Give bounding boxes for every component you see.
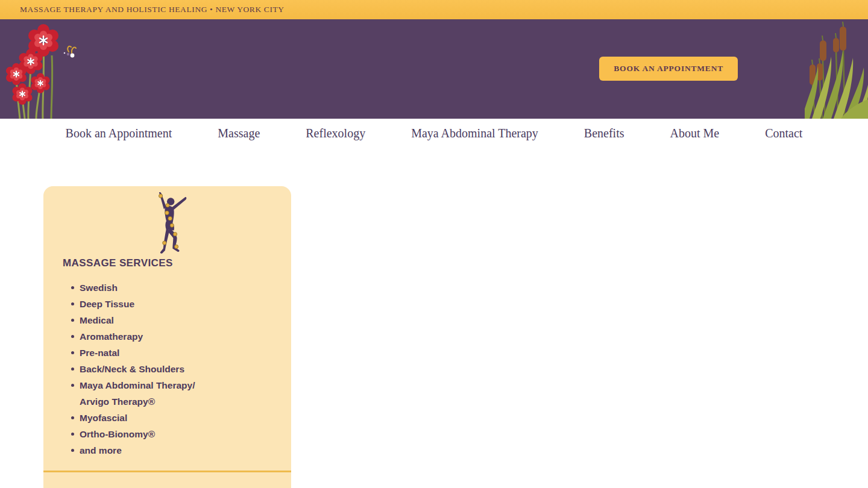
- announcement-bar: MASSAGE THERAPY AND HOLISTIC HEALING • N…: [0, 0, 868, 19]
- main-nav: Book an Appointment Massage Reflexology …: [0, 119, 868, 151]
- service-item: Maya Abdominal Therapy/ Arvigo Therapy®: [80, 377, 291, 410]
- nav-item-maya-abdominal-therapy[interactable]: Maya Abdominal Therapy: [411, 127, 538, 151]
- hero-header: BOOK AN APPOINTMENT: [0, 19, 868, 119]
- dancing-figure-illustration: [43, 192, 291, 255]
- service-item: Swedish: [80, 280, 291, 296]
- nav-item-about-me[interactable]: About Me: [670, 127, 720, 151]
- announcement-text: MASSAGE THERAPY AND HOLISTIC HEALING • N…: [20, 5, 285, 14]
- nav-item-benefits[interactable]: Benefits: [584, 127, 624, 151]
- services-heading: MASSAGE SERVICES: [63, 257, 291, 269]
- flowers-butterfly-illustration: [0, 19, 90, 119]
- massage-services-card: MASSAGE SERVICES Swedish Deep Tissue Med…: [43, 186, 291, 488]
- nav-item-massage[interactable]: Massage: [218, 127, 260, 151]
- nav-item-contact[interactable]: Contact: [765, 127, 802, 151]
- service-item: Medical: [80, 312, 291, 328]
- butterfly-icon: [64, 46, 76, 58]
- book-appointment-button[interactable]: BOOK AN APPOINTMENT: [599, 57, 738, 81]
- services-list: Swedish Deep Tissue Medical Aromatherapy…: [43, 280, 291, 458]
- nav-item-reflexology[interactable]: Reflexology: [306, 127, 365, 151]
- service-item: Deep Tissue: [80, 296, 291, 312]
- service-item: Back/Neck & Shoulders: [80, 361, 291, 377]
- service-item: Ortho-Bionomy®: [80, 426, 291, 442]
- card-divider: [43, 471, 291, 472]
- nav-item-book-an-appointment[interactable]: Book an Appointment: [66, 127, 172, 151]
- service-item: Myofascial: [80, 410, 291, 426]
- service-item: Pre-natal: [80, 345, 291, 361]
- service-item: and more: [80, 442, 291, 458]
- service-item: Aromatherapy: [80, 328, 291, 345]
- cattails-grass-illustration: [805, 19, 868, 119]
